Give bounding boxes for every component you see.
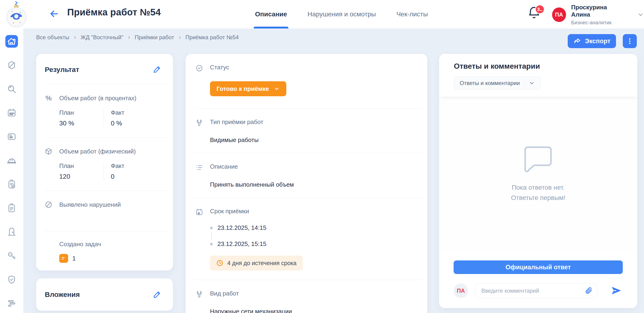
send-icon [610,284,622,297]
work-kind-row: Вид работ Наружные сети механизации [186,280,427,313]
card-panel-icon [7,132,16,142]
violations-label: Выявлено нарушений [59,201,121,208]
empty-state-line1: Пока ответов нет. [512,182,565,192]
result-card: Результат % Объем работ (в процентах) Пл… [36,54,173,270]
check-circle-icon [195,64,204,96]
sidebar-item-keys[interactable] [5,249,18,262]
comment-input[interactable] [475,283,597,298]
back-button[interactable] [48,8,60,20]
user-avatar: ПА [552,8,566,22]
hexagon-slash-icon [7,60,16,70]
sidebar-item-access[interactable] [5,226,18,238]
fact-label: Факт [111,109,155,116]
attachments-card: Вложения [36,278,173,311]
status-row: Статус Готово к приёмке [186,54,427,108]
user-menu[interactable]: ПА Проскурина Алина Бизнес-аналитик [552,4,644,26]
timeline-connector [211,232,303,239]
sidebar-item-calendar[interactable] [5,107,18,119]
list-icon [195,163,204,188]
pencil-icon [153,65,162,74]
tab-checklists[interactable]: Чек-листы [396,0,428,29]
comment-avatar: ПА [454,283,468,298]
volume-physical-label: Объем работ (физический) [59,147,136,155]
sidebar-item-acceptance[interactable] [5,178,18,191]
breadcrumb-separator: › [179,34,181,41]
deadline-text: 4 дня до истечения срока [227,260,296,266]
comments-header: Ответы и комментарии Ответы и комментари… [439,54,637,97]
result-card-title: Результат [45,66,79,74]
tab-violations-inspections[interactable]: Нарушения и осмотры [308,0,376,29]
breadcrumb-separator: › [128,34,130,41]
comments-panel: Ответы и комментарии Ответы и комментари… [439,54,637,308]
plan-label: План [59,109,104,116]
plan-value: 30 % [59,120,104,127]
speech-bubble-icon [522,145,555,173]
acceptance-type-row: Тип приёмки работ Видимые работы [186,109,427,153]
sidebar-item-cards[interactable] [5,130,18,143]
notification-count-badge: 3.. [535,5,544,14]
term-date-to: 23.12.2025, 15:15 [218,240,266,248]
acceptance-term-row: Срок приёмки 23.12.2025, 14:15 23.12.202… [186,198,427,280]
clock-icon [216,259,224,267]
comments-title: Ответы и комментарии [454,62,628,71]
chevron-down-icon [637,11,644,18]
fact-value: 0 % [111,120,155,127]
key-icon [7,251,16,261]
sidebar-item-home[interactable] [5,35,18,48]
clipboard-lines-icon [7,203,16,213]
wrench-icon [195,118,204,144]
sidebar-item-structure[interactable] [5,297,18,310]
door-icon [7,227,16,237]
sidebar-item-restricted[interactable] [5,59,18,72]
calendar-icon [195,208,204,270]
comments-footer: Официальный ответ ПА [439,251,637,308]
export-button[interactable]: Экспорт [568,34,616,48]
pencil-icon [153,290,162,299]
status-dropdown-button[interactable]: Готово к приёмке [210,81,286,96]
term-date-from: 23.12.2025, 14:15 [218,224,266,231]
list-bars-icon [7,298,16,308]
deadline-badge: 4 дня до истечения срока [210,255,303,270]
work-kind-label: Вид работ [210,290,292,297]
edit-result-button[interactable] [153,65,162,74]
notifications-button[interactable]: 3.. [527,6,543,23]
tasks-label: Создано задач [59,241,166,248]
sidebar-item-security[interactable] [5,273,18,286]
tasks-count[interactable]: 1 [72,255,76,262]
header-tabs: Описание Нарушения и осмотры Чек-листы [255,0,428,29]
tab-description[interactable]: Описание [255,0,287,29]
volume-physical-section: Объем работ (физический) План 120 Факт 0 [36,138,173,191]
description-row: Описание Принять выполненный объем [186,153,427,198]
sidebar-item-search[interactable] [5,83,18,95]
attach-file-button[interactable] [584,286,593,295]
cube-icon [44,147,53,155]
empty-state-line2: Ответьте первым! [511,193,565,203]
share-arrow-icon [573,37,581,45]
plan-value: 120 [59,173,104,180]
breadcrumb-all-objects[interactable]: Все объекты [36,34,69,41]
send-comment-button[interactable] [610,284,622,297]
edit-attachments-button[interactable] [153,290,162,299]
breadcrumb-acceptances[interactable]: Приёмки работ [135,34,174,41]
status-label: Статус [210,64,286,71]
breadcrumb-current: Приёмка работ №54 [186,34,239,41]
sidebar-item-construction[interactable] [5,154,18,167]
acceptance-term-label: Срок приёмки [210,208,303,215]
official-reply-button[interactable]: Официальный ответ [454,260,623,274]
sidebar-item-reports[interactable] [5,202,18,214]
chevron-down-icon [529,80,535,86]
fact-label: Факт [111,162,155,170]
timeline-dot [210,243,213,245]
more-actions-button[interactable] [623,34,637,48]
breadcrumb-separator: › [74,34,76,41]
comments-empty-state: Пока ответов нет. Ответьте первым! [439,97,637,251]
clipboard-check-icon [7,179,16,189]
fact-value: 0 [111,173,155,180]
user-info: Проскурина Алина Бизнес-аналитик [571,4,626,26]
acceptance-type-label: Тип приёмки работ [210,118,264,126]
top-header: Приёмка работ №54 Описание Нарушения и о… [0,0,644,29]
slash-circle-icon [44,201,53,209]
breadcrumb-object[interactable]: ЖД "Восточный" [80,34,123,41]
comments-filter-dropdown[interactable]: Ответы и комментарии [454,77,541,90]
user-role: Бизнес-аналитик [571,20,626,26]
